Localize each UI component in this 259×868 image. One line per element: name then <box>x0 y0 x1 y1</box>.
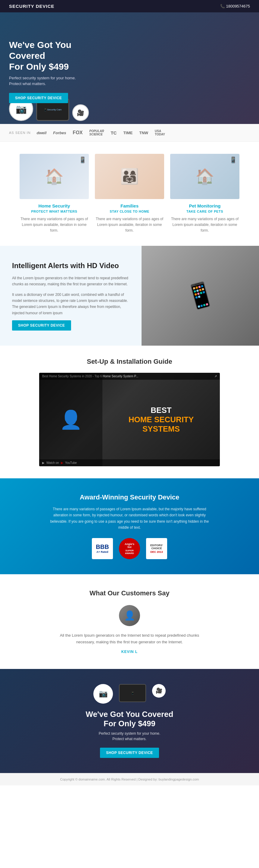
feature-desc-pets: There are many variations of pass ages o… <box>170 216 239 234</box>
bottom-hero-cta-button[interactable]: SHOP SECURITY DEVICE <box>100 748 159 758</box>
editors-text: EDITORS'CHOICE <box>150 544 163 550</box>
brands-list: dwell Forbes FOX POPULARSCIENCE TC TIME … <box>37 129 165 136</box>
brand-tnw: TNW <box>139 131 148 135</box>
smart-alerts-image: 📱 <box>142 246 259 346</box>
brands-bar: AS SEEN IN dwell Forbes FOX POPULARSCIEN… <box>0 124 259 142</box>
bbb-rated: A+ Rated <box>97 550 108 553</box>
feature-title-pets: Pet Monitoring <box>170 203 239 208</box>
setup-title: Set-Up & Installation Guide <box>9 358 250 366</box>
feature-image-home: 🏠 📱 <box>20 154 89 199</box>
feature-desc-families: There are many variations of pass ages o… <box>95 216 164 234</box>
phone-number: 18009574675 <box>220 4 250 8</box>
video-person-icon: 👤 <box>60 409 82 430</box>
bbb-badge: BBB A+ Rated <box>92 538 113 559</box>
hero-cta-button[interactable]: SHOP SECURITY DEVICE <box>9 93 68 103</box>
award-title: Award-Winning Security Device <box>12 493 247 501</box>
header: SECURITY DEVICE 18009574675 <box>0 0 259 12</box>
brand-time: TIME <box>123 131 133 135</box>
feature-subtitle-families: STAY CLOSE TO HOME <box>95 210 164 213</box>
brand-dwell: dwell <box>37 131 47 135</box>
smart-alerts-section: Intelligent Alerts with HD Video All the… <box>0 246 259 346</box>
video-right-panel: BEST HOME SECURITY SYSTEMS <box>102 373 220 466</box>
hand-phone-icon: 📱 <box>182 278 219 313</box>
logo: SECURITY DEVICE <box>9 4 54 9</box>
testimonial-section: What Our Customers Say 👤 All the Lorem I… <box>0 574 259 669</box>
award-desc: There are many variations of passages of… <box>48 506 211 531</box>
testimonial-author: KEVIN L <box>12 650 247 654</box>
feature-subtitle-home: PROTECT WHAT MATTERS <box>20 210 89 213</box>
video-content: 👤 BEST HOME SECURITY SYSTEMS <box>39 373 220 466</box>
award-section: Award-Winning Security Device There are … <box>0 478 259 574</box>
brand-usatoday: USATODAY <box>155 129 165 136</box>
bbb-text: BBB <box>96 544 109 550</box>
angies-badge: Angie'slist SUPERAWARD <box>119 538 140 559</box>
feature-title-families: Families <box>95 203 164 208</box>
bottom-hero-devices: 📷 📱 🎥 <box>94 684 165 704</box>
features-section: 🏠 📱 Home Security PROTECT WHAT MATTERS T… <box>0 142 259 246</box>
avatar-icon: 👤 <box>124 610 135 621</box>
hero-title: We've Got You Covered For Only $499 <box>9 39 105 72</box>
hero-content: We've Got You Covered For Only $499 Perf… <box>9 39 105 103</box>
footer: Copyright © domainname.com. All Rights R… <box>0 773 259 785</box>
bottom-cam-small: 🎥 <box>152 684 165 698</box>
brands-label: AS SEEN IN <box>9 131 31 134</box>
bottom-cam-large: 📷 <box>94 684 113 704</box>
feature-image-families: 👨‍👩‍👧 <box>95 154 164 199</box>
brand-popular-science: POPULARSCIENCE <box>89 129 104 136</box>
video-placeholder[interactable]: Best Home Security Systems in 2020 - Top… <box>39 373 220 466</box>
feature-card-families: 👨‍👩‍👧 Families STAY CLOSE TO HOME There … <box>95 154 164 234</box>
setup-section: Set-Up & Installation Guide Best Home Se… <box>0 346 259 478</box>
footer-text: Copyright © domainname.com. All Rights R… <box>60 777 199 781</box>
editors-badge: EDITORS'CHOICE DEC 2013 <box>146 538 167 559</box>
family-icon: 👨‍👩‍👧 <box>120 168 139 185</box>
bottom-hero-subtitle: Perfect security system for your home. P… <box>99 731 160 742</box>
feature-subtitle-pets: TAKE CARE OF PETS <box>170 210 239 213</box>
smart-alerts-para1: All the Lorem Ipsum generators on the In… <box>12 275 130 287</box>
feature-image-pets: 🏠 📱 <box>170 154 239 199</box>
feature-desc-home: There are many variations of pass ages o… <box>20 216 89 234</box>
angies-year-text: SUPERAWARD <box>125 549 134 555</box>
feature-title-home: Home Security <box>20 203 89 208</box>
testimonial-title: What Our Customers Say <box>12 589 247 597</box>
home-icon: 🏠 <box>45 168 64 185</box>
bottom-hero-title: We've Got You Covered For Only $499 <box>86 710 174 728</box>
customer-avatar: 👤 <box>119 605 140 626</box>
feature-card-pets: 🏠 📱 Pet Monitoring TAKE CARE OF PETS The… <box>170 154 239 234</box>
testimonial-text: All the Lorem Ipsum generators on the In… <box>57 632 202 645</box>
brand-forbes: Forbes <box>53 131 66 135</box>
features-grid: 🏠 📱 Home Security PROTECT WHAT MATTERS T… <box>9 154 250 234</box>
angies-list-text: Angie'slist <box>125 542 134 549</box>
award-badges: BBB A+ Rated Angie'slist SUPERAWARD EDIT… <box>12 538 247 559</box>
hero-section: We've Got You Covered For Only $499 Perf… <box>0 12 259 124</box>
brand-fox: FOX <box>73 130 83 135</box>
pet-icon: 🏠 <box>195 168 214 185</box>
bottom-tablet: 📱 <box>119 684 146 702</box>
camera-image-small: 🎥 <box>72 104 89 121</box>
feature-card-home: 🏠 📱 Home Security PROTECT WHAT MATTERS T… <box>20 154 89 234</box>
hero-subtitle: Perfect security system for your home. P… <box>9 75 105 87</box>
bottom-hero-section: 📷 📱 🎥 We've Got You Covered For Only $49… <box>0 669 259 773</box>
smart-alerts-para2: It uses a dictionary of over 200 Latin w… <box>12 292 130 316</box>
video-left-panel: 👤 <box>39 373 102 466</box>
editors-date: DEC 2013 <box>150 550 163 553</box>
smart-alerts-content: Intelligent Alerts with HD Video All the… <box>0 246 142 346</box>
smart-alerts-cta-button[interactable]: SHOP SECURITY DEVICE <box>12 320 71 331</box>
smart-alerts-title: Intelligent Alerts with HD Video <box>12 261 130 270</box>
brand-tc: TC <box>111 130 116 135</box>
video-overlay-title: BEST HOME SECURITY SYSTEMS <box>128 406 194 434</box>
